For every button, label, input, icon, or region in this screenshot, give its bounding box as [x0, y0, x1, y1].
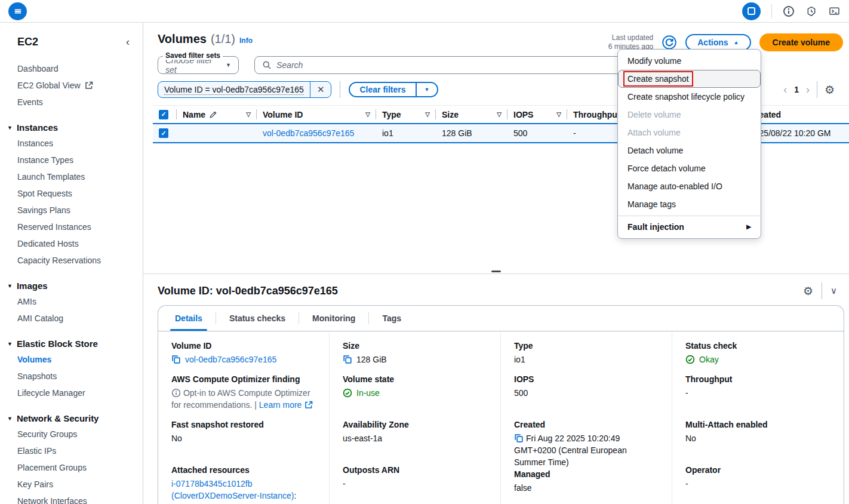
row-checkbox[interactable]: ✓ [159, 128, 168, 138]
filter-icon[interactable]: ▽ [246, 111, 251, 118]
info-link[interactable]: Info [239, 36, 253, 45]
sidebar-item-savings-plans[interactable]: Savings Plans [0, 202, 143, 219]
actions-dropdown-menu: Modify volume Create snapshot Create sna… [617, 49, 761, 239]
sidebar-item-events[interactable]: Events [0, 94, 143, 110]
column-header-size[interactable]: Size ▽ [436, 106, 507, 123]
copy-icon[interactable] [171, 355, 181, 364]
sidebar-section-images[interactable]: ▼ Images [0, 278, 143, 293]
edit-pencil-icon [208, 110, 218, 119]
attached-instance-link[interactable]: i-07178b4345c1012fb (CloverDXDemoServer-… [171, 479, 294, 500]
sidebar-item-ec2-global-view[interactable]: EC2 Global View [0, 77, 143, 94]
tab-tags[interactable]: Tags [369, 306, 414, 331]
filter-icon[interactable]: ▽ [425, 111, 430, 118]
panel-settings-gear-icon[interactable]: ⚙ [803, 285, 813, 297]
learn-more-link[interactable]: Learn more [259, 400, 302, 410]
cell-iops: 500 [507, 124, 567, 142]
filter-icon[interactable]: ▽ [497, 111, 502, 118]
volume-id-link[interactable]: vol-0edb7ca956c97e165 [263, 128, 354, 138]
panel-toggle-button[interactable] [742, 2, 761, 20]
menu-item-delete-volume: Delete volume [618, 106, 761, 124]
column-header-name[interactable]: Name ▽ [177, 106, 257, 123]
previous-page-button[interactable]: ‹ [783, 84, 787, 95]
clear-filters-dropdown[interactable]: ▼ [417, 83, 438, 96]
sidebar-item-dashboard[interactable]: Dashboard [0, 60, 143, 77]
sidebar-item-capacity-reservations[interactable]: Capacity Reservations [0, 252, 143, 269]
sidebar-item-volumes[interactable]: Volumes [0, 351, 143, 368]
next-page-button[interactable]: › [806, 84, 810, 95]
refresh-button[interactable] [662, 35, 677, 50]
cloudshell-icon[interactable] [828, 5, 841, 17]
info-icon[interactable] [783, 5, 795, 17]
menu-item-modify-volume[interactable]: Modify volume [618, 52, 761, 70]
field-created: Created Fri Aug 22 2025 10:20:49 GMT+020… [514, 419, 659, 468]
sidebar-item-ami-catalog[interactable]: AMI Catalog [0, 310, 143, 327]
create-volume-button[interactable]: Create volume [759, 33, 843, 51]
select-all-checkbox[interactable]: ✓ [159, 110, 168, 119]
sidebar-item-elastic-ips[interactable]: Elastic IPs [0, 442, 143, 459]
tab-details[interactable]: Details [162, 306, 216, 331]
sidebar-item-amis[interactable]: AMIs [0, 293, 143, 310]
saved-filter-sets-select[interactable]: Saved filter sets Choose filter set ▼ [158, 56, 239, 74]
check-icon: ✓ [161, 130, 166, 137]
menu-item-force-detach-volume[interactable]: Force detach volume [618, 159, 761, 177]
field-outposts-arn: Outposts ARN - [343, 464, 487, 490]
copy-icon[interactable] [514, 434, 524, 443]
actions-button[interactable]: Actions ▲ [685, 34, 750, 51]
clear-filters-button: Clear filters ▼ [349, 82, 438, 97]
clear-filters-label[interactable]: Clear filters [350, 83, 415, 96]
copy-icon[interactable] [343, 355, 352, 364]
sidebar-section-instances[interactable]: ▼ Instances [0, 120, 143, 135]
resource-count: (1/1) [211, 32, 235, 46]
sidebar-collapse-icon[interactable]: ‹ [126, 36, 130, 48]
menu-item-create-snapshot[interactable]: Create snapshot [618, 70, 761, 88]
filter-token: Volume ID = vol-0edb7ca956c97e165 ✕ [158, 81, 331, 98]
sidebar-item-reserved-instances[interactable]: Reserved Instances [0, 219, 143, 235]
field-type: Type io1 [514, 340, 659, 373]
divider [817, 81, 817, 98]
divider [340, 81, 340, 98]
sidebar-item-key-pairs[interactable]: Key Pairs [0, 476, 143, 493]
sidebar-item-placement-groups[interactable]: Placement Groups [0, 459, 143, 476]
splitter-handle-icon[interactable] [491, 271, 501, 272]
filter-icon[interactable]: ▽ [556, 111, 561, 118]
panel-icon [748, 7, 755, 15]
column-header-volume-id[interactable]: Volume ID ▽ [257, 106, 376, 123]
menu-item-attach-volume: Attach volume [618, 124, 761, 142]
column-header-type[interactable]: Type ▽ [376, 106, 436, 123]
sidebar-item-spot-requests[interactable]: Spot Requests [0, 185, 143, 202]
menu-item-fault-injection[interactable]: Fault injection ▶ [618, 216, 761, 236]
topbar-divider [771, 4, 772, 19]
sidebar-item-snapshots[interactable]: Snapshots [0, 368, 143, 385]
sidebar-item-launch-templates[interactable]: Launch Templates [0, 168, 143, 185]
sidebar-section-elastic-block-store[interactable]: ▼ Elastic Block Store [0, 336, 143, 351]
panel-splitter[interactable] [143, 273, 849, 274]
page-number[interactable]: 1 [794, 85, 799, 94]
sidebar-item-instances[interactable]: Instances [0, 135, 143, 152]
field-volume-state: Volume state In-use [343, 373, 487, 419]
sidebar-item-network-interfaces[interactable]: Network Interfaces [0, 493, 143, 504]
field-throughput: Throughput - [685, 373, 830, 419]
external-link-icon [304, 400, 313, 410]
sidebar-section-network-security[interactable]: ▼ Network & Security [0, 411, 143, 426]
hamburger-menu-button[interactable] [8, 2, 27, 20]
filter-icon[interactable]: ▽ [365, 111, 370, 118]
panel-collapse-icon[interactable]: ∨ [830, 285, 837, 296]
menu-item-manage-auto-enabled-io[interactable]: Manage auto-enabled I/O [618, 177, 761, 195]
details-panel-title: Volume ID: vol-0edb7ca956c97e165 [158, 285, 338, 297]
tab-monitoring[interactable]: Monitoring [299, 306, 368, 331]
volume-id-detail-link[interactable]: vol-0edb7ca956c97e165 [185, 354, 276, 365]
menu-item-create-snapshot-lifecycle-policy[interactable]: Create snapshot lifecycle policy [618, 88, 761, 106]
sidebar-item-instance-types[interactable]: Instance Types [0, 152, 143, 168]
menu-item-manage-tags[interactable]: Manage tags [618, 195, 761, 213]
sidebar-item-dedicated-hosts[interactable]: Dedicated Hosts [0, 235, 143, 252]
tab-status-checks[interactable]: Status checks [216, 306, 299, 331]
column-header-iops[interactable]: IOPS ▽ [507, 106, 567, 123]
divider [822, 282, 822, 299]
timer-icon[interactable] [805, 5, 817, 17]
table-settings-gear-icon[interactable]: ⚙ [825, 84, 835, 96]
remove-filter-button[interactable]: ✕ [310, 82, 331, 97]
menu-item-detach-volume[interactable]: Detach volume [618, 142, 761, 159]
close-icon: ✕ [317, 84, 325, 95]
sidebar-item-security-groups[interactable]: Security Groups [0, 426, 143, 442]
sidebar-item-lifecycle-manager[interactable]: Lifecycle Manager [0, 385, 143, 401]
